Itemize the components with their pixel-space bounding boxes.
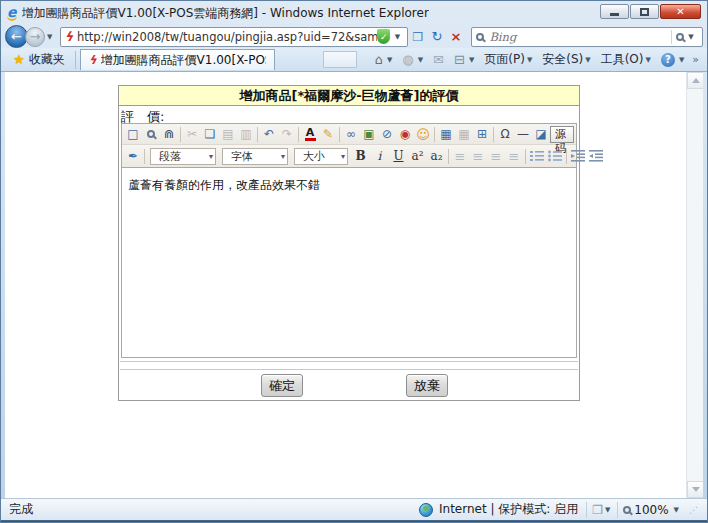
image-icon[interactable]: ▣ <box>360 126 378 143</box>
font-color-icon[interactable]: A <box>301 126 319 143</box>
divider <box>144 149 145 164</box>
bold-button[interactable]: B <box>351 148 370 165</box>
feeds-button[interactable]: ◍▼ <box>398 50 429 69</box>
page-content: 增加商品[*福爾摩沙-巨物蘆薈]的評價 評 價: □ ⋒ ✂ ❏ ▤ ▥ <box>5 72 703 498</box>
font-select[interactable]: 字体 <box>222 148 288 165</box>
form-body: 評 價: □ ⋒ ✂ ❏ ▤ ▥ ↶ ↷ <box>119 106 579 400</box>
new-tab-button[interactable] <box>323 51 357 68</box>
read-mail-button[interactable]: ✉ <box>429 50 450 69</box>
print-button[interactable]: ⊟▼ <box>450 50 480 69</box>
copy-icon[interactable]: ❏ <box>201 126 219 143</box>
confirm-button[interactable]: 確定 <box>261 374 303 397</box>
status-bar: 完成 Internet | 保护模式: 启用 ❐ ▼ 100% ▼ ⋰ <box>1 498 707 520</box>
eraser-icon[interactable]: ◪ <box>532 126 550 143</box>
resize-grip[interactable]: ⋰ <box>689 505 699 515</box>
style-brush-icon[interactable]: ✒ <box>124 148 142 165</box>
flash-icon[interactable]: ⊘ <box>378 126 396 143</box>
favorites-label: 收藏夹 <box>29 51 65 68</box>
window-controls <box>599 4 701 19</box>
home-button[interactable]: ⌂▼ <box>371 50 399 69</box>
emoticon-icon[interactable]: ☺ <box>414 126 432 143</box>
overflow-chevron[interactable]: » <box>690 53 701 66</box>
undo-icon[interactable]: ↶ <box>260 126 278 143</box>
maximize-button[interactable] <box>630 4 659 19</box>
forward-button[interactable]: → <box>25 27 45 47</box>
divider <box>448 149 449 164</box>
align-center-icon[interactable]: ≡ <box>469 148 487 165</box>
editor-toolbar-row1: □ ⋒ ✂ ❏ ▤ ▥ ↶ ↷ A ✎ <box>122 124 576 145</box>
compat-dropdown-icon[interactable]: ▼ <box>605 506 610 514</box>
compatibility-status-icon[interactable]: ❐ <box>592 503 603 517</box>
size-select[interactable]: 大小 <box>294 148 348 165</box>
search-dropdown-icon[interactable]: ▼ <box>684 27 698 47</box>
security-shield-icon <box>377 29 390 44</box>
horizontal-rule-icon[interactable]: — <box>514 126 532 143</box>
scroll-up-button[interactable] <box>687 72 703 89</box>
search-go-icon[interactable] <box>676 33 684 41</box>
minimize-button[interactable] <box>600 4 629 19</box>
scroll-down-button[interactable] <box>687 481 703 498</box>
page-menu[interactable]: 页面(P)▼ <box>480 49 538 70</box>
find-icon[interactable]: ⋒ <box>160 126 178 143</box>
divider <box>75 51 76 69</box>
indent-icon[interactable] <box>569 148 587 165</box>
close-button[interactable] <box>660 4 701 19</box>
align-right-icon[interactable]: ≡ <box>487 148 505 165</box>
url-input[interactable] <box>77 30 377 44</box>
preview-icon[interactable] <box>142 126 160 143</box>
rich-text-editor: □ ⋒ ✂ ❏ ▤ ▥ ↶ ↷ A ✎ <box>121 123 577 358</box>
help-menu[interactable]: ?▼ <box>657 51 690 69</box>
subscript-button[interactable]: a₂ <box>427 148 446 165</box>
redo-icon[interactable]: ↷ <box>278 126 296 143</box>
ie-logo-icon: e <box>7 5 17 21</box>
vertical-scrollbar[interactable] <box>686 72 703 498</box>
favorites-button[interactable]: ★ 收藏夹 <box>7 49 71 70</box>
mail-icon: ✉ <box>433 52 444 67</box>
new-document-icon[interactable]: □ <box>124 126 142 143</box>
editor-content-area[interactable]: 蘆薈有養顏的作用，改產品效果不錯 <box>122 167 576 357</box>
compatibility-view-icon[interactable]: ❒ <box>409 27 426 46</box>
superscript-button[interactable]: a² <box>408 148 427 165</box>
zoom-dropdown-icon[interactable]: ▼ <box>674 506 679 514</box>
stop-button[interactable]: × <box>447 27 464 46</box>
insert-table-icon[interactable]: ▦ <box>437 126 455 143</box>
divider <box>434 127 435 142</box>
align-left-icon[interactable]: ≡ <box>451 148 469 165</box>
address-dropdown-icon[interactable]: ▼ <box>390 27 404 47</box>
table-cells-icon[interactable]: ⊞ <box>473 126 491 143</box>
hyperlink-icon[interactable]: ∞ <box>342 126 360 143</box>
abandon-button[interactable]: 放棄 <box>406 374 448 397</box>
tools-menu[interactable]: 工具(O)▼ <box>597 49 657 70</box>
status-text: 完成 <box>9 501 33 518</box>
safety-menu[interactable]: 安全(S)▼ <box>538 49 596 70</box>
review-field-label: 評 價: <box>120 106 578 123</box>
up-arrow-icon <box>692 78 700 83</box>
refresh-button[interactable]: ↻ <box>428 27 445 46</box>
address-bar[interactable]: ϟ ▼ <box>60 27 408 47</box>
paragraph-select[interactable]: 段落 <box>150 148 216 165</box>
paste-text-icon[interactable]: ▥ <box>237 126 255 143</box>
media-icon[interactable]: ◉ <box>396 126 414 143</box>
window-title: 增加團購商品評價V1.00[X-POS雲端商務網] - Windows Inte… <box>22 5 429 22</box>
paste-icon[interactable]: ▤ <box>219 126 237 143</box>
align-justify-icon[interactable]: ≡ <box>505 148 523 165</box>
bullet-list-icon[interactable] <box>546 148 564 165</box>
zoom-icon[interactable] <box>623 506 631 514</box>
source-code-button[interactable]: 源码 <box>550 126 574 143</box>
highlight-icon[interactable]: ✎ <box>319 126 337 143</box>
special-char-icon[interactable]: Ω <box>496 126 514 143</box>
site-favicon-icon: ϟ <box>64 29 73 44</box>
history-dropdown-icon[interactable]: ▼ <box>47 33 52 41</box>
underline-button[interactable]: U <box>389 148 408 165</box>
numbered-list-icon[interactable] <box>528 148 546 165</box>
divider <box>525 149 526 164</box>
form-button-row: 確定 放棄 <box>120 369 578 400</box>
divider <box>298 127 299 142</box>
active-tab[interactable]: ϟ 增加團購商品評價V1.00[X-POS雲端商務網] <box>80 49 275 70</box>
search-input[interactable] <box>489 30 667 44</box>
search-box[interactable]: ▼ <box>471 27 703 47</box>
cut-icon[interactable]: ✂ <box>183 126 201 143</box>
italic-button[interactable]: i <box>370 148 389 165</box>
edit-table-icon[interactable]: ▦ <box>455 126 473 143</box>
outdent-icon[interactable] <box>587 148 605 165</box>
